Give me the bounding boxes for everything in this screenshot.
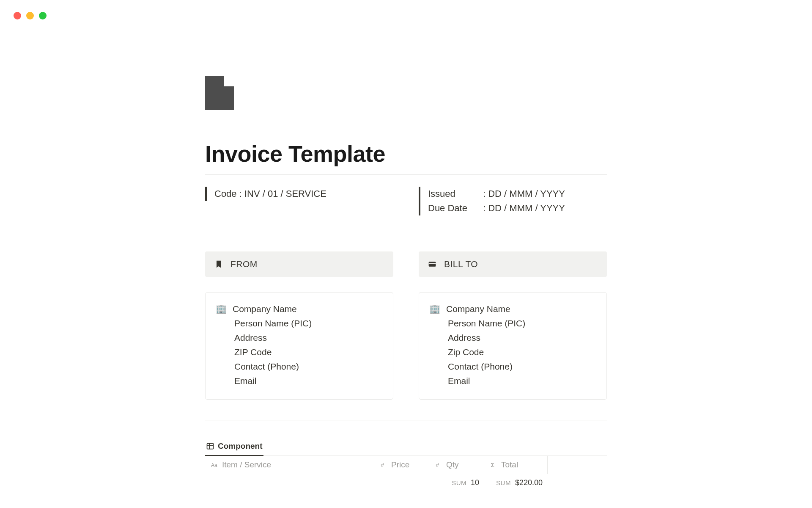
- svg-text:#: #: [381, 462, 384, 468]
- bill-to-address-line[interactable]: Address: [429, 331, 596, 345]
- database-tab-component[interactable]: Component: [205, 439, 263, 456]
- invoice-dates-block[interactable]: Issued : DD / MMM / YYYY Due Date : DD /…: [419, 187, 607, 215]
- card-icon: [428, 260, 436, 268]
- bill-to-company: Company Name: [446, 304, 510, 314]
- svg-text:Aa: Aa: [211, 462, 217, 468]
- svg-rect-6: [429, 263, 436, 265]
- number-prop-icon: #: [380, 461, 388, 469]
- sum-qty-value: 10: [471, 478, 479, 487]
- divider: [205, 174, 607, 175]
- window-traffic-lights: [14, 12, 47, 19]
- number-prop-icon: #: [435, 461, 443, 469]
- issued-value: : DD / MMM / YYYY: [483, 188, 565, 199]
- due-date-label: Due Date: [428, 203, 483, 214]
- formula-prop-icon: Σ: [490, 461, 498, 469]
- line-items-database[interactable]: Component Aa Item / Service # Price # Qt…: [205, 439, 607, 487]
- building-icon: 🏢: [429, 304, 440, 314]
- bill-to-person-line[interactable]: Person Name (PIC): [429, 316, 596, 331]
- svg-rect-7: [207, 443, 214, 449]
- invoice-code-block[interactable]: Code : INV / 01 / SERVICE: [205, 187, 393, 201]
- column-header-qty[interactable]: # Qty: [429, 456, 484, 474]
- from-email-line[interactable]: Email: [216, 374, 383, 388]
- due-date-line[interactable]: Due Date : DD / MMM / YYYY: [428, 201, 607, 215]
- page-title[interactable]: Invoice Template: [205, 141, 607, 167]
- divider: [205, 420, 607, 420]
- bill-to-company-line[interactable]: 🏢 Company Name: [429, 302, 596, 316]
- due-date-value: : DD / MMM / YYYY: [483, 203, 565, 214]
- sum-qty-cell[interactable]: SUM 10: [429, 478, 484, 487]
- bill-to-email-line[interactable]: Email: [429, 374, 596, 388]
- svg-text:#: #: [436, 462, 439, 468]
- from-zip-line[interactable]: ZIP Code: [216, 345, 383, 359]
- sum-label: SUM: [496, 479, 511, 486]
- svg-text:Σ: Σ: [491, 462, 494, 468]
- column-header-price[interactable]: # Price: [374, 456, 429, 474]
- maximize-window-button[interactable]: [39, 12, 47, 19]
- column-header-item[interactable]: Aa Item / Service: [205, 456, 374, 474]
- from-heading-callout[interactable]: FROM: [205, 251, 393, 277]
- close-window-button[interactable]: [14, 12, 21, 19]
- issued-date-line[interactable]: Issued : DD / MMM / YYYY: [428, 187, 607, 201]
- title-prop-icon: Aa: [211, 461, 219, 469]
- bill-to-zip-line[interactable]: Zip Code: [429, 345, 596, 359]
- issued-label: Issued: [428, 188, 483, 199]
- from-contact-line[interactable]: Contact (Phone): [216, 359, 383, 374]
- minimize-window-button[interactable]: [26, 12, 34, 19]
- table-icon: [206, 442, 214, 450]
- sum-total-value: $220.00: [515, 478, 543, 487]
- from-person-line[interactable]: Person Name (PIC): [216, 316, 383, 331]
- bill-to-heading-callout[interactable]: BILL TO: [419, 251, 607, 277]
- bookmark-icon: [214, 260, 223, 268]
- page-icon[interactable]: [205, 76, 607, 110]
- from-heading: FROM: [230, 259, 258, 269]
- from-company-line[interactable]: 🏢 Company Name: [216, 302, 383, 316]
- sum-label: SUM: [452, 479, 466, 486]
- bill-to-card[interactable]: 🏢 Company Name Person Name (PIC) Address…: [419, 292, 607, 400]
- column-header-total[interactable]: Σ Total: [484, 456, 548, 474]
- building-icon: 🏢: [216, 304, 227, 314]
- sum-total-cell[interactable]: SUM $220.00: [484, 478, 548, 487]
- invoice-code[interactable]: Code : INV / 01 / SERVICE: [214, 187, 393, 201]
- from-company: Company Name: [233, 304, 297, 314]
- divider: [205, 236, 607, 236]
- column-header-empty[interactable]: [548, 456, 607, 474]
- from-address-line[interactable]: Address: [216, 331, 383, 345]
- from-card[interactable]: 🏢 Company Name Person Name (PIC) Address…: [205, 292, 393, 400]
- bill-to-contact-line[interactable]: Contact (Phone): [429, 359, 596, 374]
- bill-to-heading: BILL TO: [444, 259, 478, 269]
